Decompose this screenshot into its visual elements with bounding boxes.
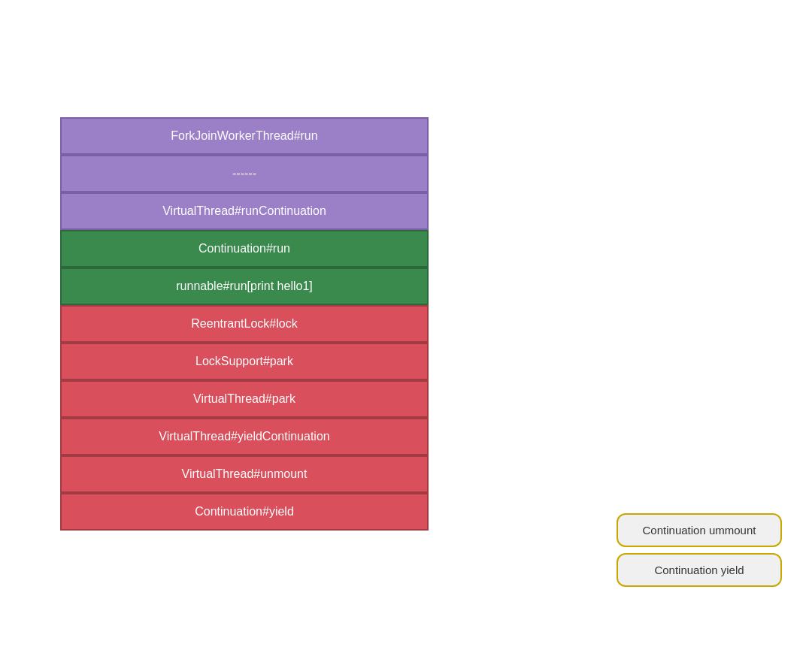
svg-marker-3: [430, 508, 438, 515]
stack-column: ForkJoinWorkerThread#run------VirtualThr…: [60, 117, 429, 531]
ann-0: Continuation ummount: [617, 513, 782, 547]
item-1: ------: [60, 155, 429, 192]
svg-line-2: [432, 512, 617, 570]
item-9: VirtualThread#unmount: [60, 455, 429, 493]
item-6: LockSupport#park: [60, 343, 429, 380]
ann-1: Continuation yield: [617, 553, 782, 587]
item-8: VirtualThread#yieldContinuation: [60, 418, 429, 455]
annotation-area: Continuation ummountContinuation yield: [617, 513, 782, 587]
item-2: VirtualThread#runContinuation: [60, 192, 429, 230]
item-5: ReentrantLock#lock: [60, 305, 429, 343]
item-3: Continuation#run: [60, 230, 429, 268]
item-0: ForkJoinWorkerThread#run: [60, 117, 429, 155]
item-7: VirtualThread#park: [60, 380, 429, 418]
diagram-container: ForkJoinWorkerThread#run------VirtualThr…: [30, 16, 782, 632]
item-4: runnable#run[print hello1]: [60, 268, 429, 305]
item-10: Continuation#yield: [60, 493, 429, 531]
svg-marker-1: [430, 470, 438, 478]
svg-line-0: [432, 474, 617, 531]
